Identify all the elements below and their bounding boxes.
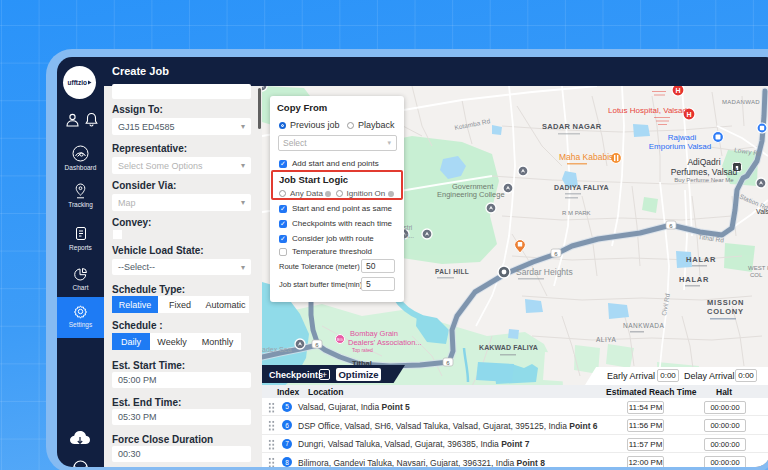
svg-text:adex Sea: adex Sea (262, 346, 292, 353)
svg-text:DADIYA FALIYA: DADIYA FALIYA (554, 184, 609, 191)
svg-text:KAKWAD FALIYA: KAKWAD FALIYA (479, 344, 538, 351)
svg-text:AdiQadri: AdiQadri (687, 157, 720, 167)
svg-text:R M PARK: R M PARK (562, 210, 591, 216)
svg-text:Bombay Grain: Bombay Grain (350, 329, 398, 338)
svg-text:MISSION: MISSION (707, 298, 744, 307)
svg-text:BG: BG (337, 337, 343, 342)
svg-text:ALIYA: ALIYA (596, 336, 617, 343)
svg-text:H: H (686, 111, 691, 118)
svg-text:HALAR: HALAR (679, 275, 709, 284)
svg-text:PALI HILL: PALI HILL (435, 268, 469, 275)
svg-text:Rajwadi: Rajwadi (668, 133, 697, 142)
svg-text:SADAR NAGAR: SADAR NAGAR (542, 122, 602, 131)
svg-text:NANKWADA: NANKWADA (623, 322, 664, 329)
svg-text:Top rated: Top rated (352, 347, 373, 353)
svg-text:Perfumes, Valsad: Perfumes, Valsad (671, 167, 738, 177)
svg-text:Maha Kababis: Maha Kababis (559, 152, 613, 162)
svg-text:WEST H: WEST H (748, 265, 768, 271)
svg-text:Dealers' Association...: Dealers' Association... (348, 338, 422, 347)
svg-text:Emporium Valsad: Emporium Valsad (649, 142, 712, 151)
svg-text:COLONY: COLONY (707, 307, 744, 316)
svg-text:COL: COL (750, 272, 763, 278)
svg-text:H: H (675, 87, 680, 94)
svg-text:Sardar Heights: Sardar Heights (516, 267, 573, 277)
svg-text:Lotus Hospital, Valsad: Lotus Hospital, Valsad (608, 106, 687, 115)
svg-text:Vals: Vals (756, 208, 768, 215)
svg-text:Engineering College: Engineering College (437, 190, 505, 199)
svg-text:MADANWAD: MADANWAD (722, 99, 760, 105)
svg-text:HALAR: HALAR (686, 255, 716, 264)
svg-text:Buy Perfume Near Me: Buy Perfume Near Me (674, 177, 734, 183)
